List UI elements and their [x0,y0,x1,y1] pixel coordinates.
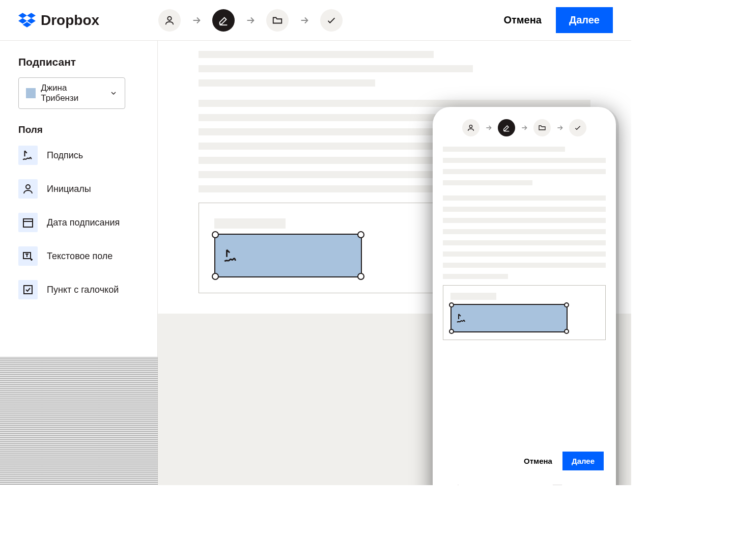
image-icon[interactable] [550,483,565,485]
svg-point-10 [469,125,472,128]
text-placeholder [443,158,606,163]
text-placeholder [214,218,286,229]
text-placeholder [443,263,606,268]
fields-heading: Поля [18,124,139,135]
text-placeholder [443,195,606,201]
arrow-right-icon [245,15,256,26]
step-signer[interactable] [158,9,181,32]
mobile-signature-area [443,285,606,340]
signature-field-box[interactable] [214,234,362,277]
text-placeholder [450,293,496,300]
mobile-signature-field-box[interactable] [450,304,568,332]
resize-handle[interactable] [357,231,364,238]
plus-icon[interactable] [517,483,531,485]
step-edit[interactable] [498,119,515,136]
header-actions: Отмена Далее [503,7,613,33]
folder-icon[interactable] [484,483,498,485]
field-date-signed[interactable]: Дата подписания [18,213,139,232]
resize-handle[interactable] [564,329,569,334]
resize-handle[interactable] [212,273,219,280]
progress-stepper [158,9,343,32]
dropbox-logo[interactable]: Dropbox [18,12,99,29]
signature-icon [18,146,38,165]
text-placeholder [443,218,606,223]
step-signer[interactable] [462,119,480,136]
field-initials[interactable]: Инициалы [18,179,139,199]
arrow-right-icon [299,15,310,26]
text-placeholder [443,274,508,279]
text-placeholder [199,65,473,72]
arrow-right-icon [485,124,493,132]
arrow-right-icon [191,15,202,26]
text-placeholder [199,100,590,107]
textbox-icon [18,246,38,266]
svg-rect-9 [24,286,32,294]
header-bar: Dropbox Отмена Далее [0,0,631,41]
text-placeholder [443,240,606,245]
mobile-next-button[interactable]: Далее [562,452,604,470]
dropbox-glyph-icon [18,13,36,28]
field-signature[interactable]: Подпись [18,146,139,165]
main-area: Подписант Джина Трибензи Поля Подпись Ин… [0,41,631,485]
signature-icon [222,247,240,264]
mobile-actions: Отмена Далее [443,444,606,478]
svg-marker-0 [18,13,27,18]
signer-color-chip [26,88,36,98]
text-placeholder [443,147,565,152]
signature-area [199,203,473,293]
step-done[interactable] [569,119,586,136]
person-icon [18,179,38,199]
signer-dropdown[interactable]: Джина Трибензи [18,77,125,109]
text-placeholder [443,251,606,257]
cancel-button[interactable]: Отмена [503,14,541,26]
mobile-preview: Отмена Далее [433,107,616,485]
chevron-down-icon [109,89,118,97]
checkbox-icon [18,280,38,299]
step-folder[interactable] [533,119,551,136]
svg-rect-7 [23,219,33,227]
home-icon[interactable] [451,483,465,485]
mobile-stepper [443,119,606,136]
text-placeholder [443,207,606,212]
signer-heading: Подписант [18,56,139,68]
signer-name: Джина Трибензи [41,83,104,103]
text-placeholder [443,180,532,185]
text-placeholder [443,229,606,234]
text-placeholder [443,169,606,174]
step-done[interactable] [320,9,343,32]
arrow-right-icon [520,124,528,132]
field-label: Инициалы [47,184,91,194]
next-button[interactable]: Далее [556,7,613,33]
mobile-document[interactable] [443,147,606,444]
step-edit[interactable] [212,9,235,32]
field-checkbox[interactable]: Пункт с галочкой [18,280,139,299]
svg-point-5 [167,16,171,20]
svg-marker-1 [27,13,36,18]
calendar-icon [18,213,38,232]
resize-handle[interactable] [212,231,219,238]
resize-handle[interactable] [357,273,364,280]
signature-icon [456,312,468,324]
mobile-cancel-button[interactable]: Отмена [524,457,552,465]
person-icon[interactable] [583,483,598,485]
field-label: Подпись [47,150,83,161]
mobile-bottom-nav [443,478,606,485]
svg-point-6 [26,185,30,189]
resize-handle[interactable] [449,329,454,334]
text-placeholder [199,79,375,87]
arrow-right-icon [556,124,564,132]
step-folder[interactable] [266,9,289,32]
brand-text: Dropbox [41,12,99,29]
field-label: Текстовое поле [47,251,112,262]
text-placeholder [199,51,434,58]
field-textbox[interactable]: Текстовое поле [18,246,139,266]
field-label: Пункт с галочкой [47,285,119,295]
resize-handle[interactable] [449,302,454,307]
field-label: Дата подписания [47,217,120,228]
resize-handle[interactable] [564,302,569,307]
